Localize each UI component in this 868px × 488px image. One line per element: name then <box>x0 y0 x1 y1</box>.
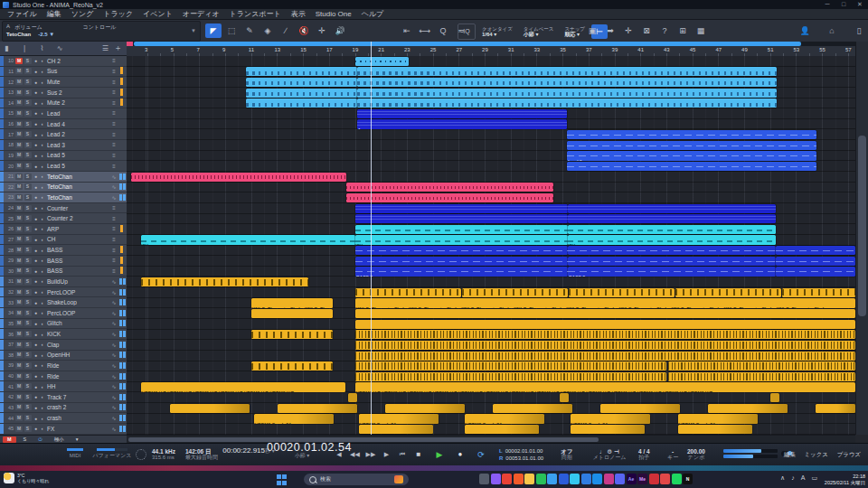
mute-button[interactable]: M <box>15 267 23 274</box>
track-row-37[interactable]: 37MS●◖Clap∿ <box>0 340 127 351</box>
record-arm-button[interactable]: ● <box>33 142 39 147</box>
clip-vedm3-crash-24[interactable]: VEDM3 Crash 24 <box>571 414 650 423</box>
solo-button[interactable]: S <box>24 142 32 148</box>
iq-button[interactable]: IQ <box>458 23 476 40</box>
solo-button[interactable]: S <box>24 352 32 358</box>
track-row-22[interactable]: 22MS●◖TetoChan∿ <box>0 183 127 193</box>
track-name[interactable]: Mute <box>45 79 109 85</box>
menu-item-6[interactable]: トランスポート <box>230 9 281 19</box>
mute-button[interactable]: M <box>15 247 23 253</box>
monitor-button[interactable]: ◖ <box>39 416 45 421</box>
clip-ch[interactable]: CH <box>141 235 355 244</box>
track-row-33[interactable]: 33MS●◖ShakeLoop∿ <box>0 297 127 308</box>
monitor-button[interactable]: ◖ <box>39 226 45 231</box>
nav-button-4[interactable]: ⏮ <box>395 449 410 460</box>
tracklist-header-icons[interactable]: ▮ ❘ ⌇ ∿ <box>5 44 68 52</box>
menu-item-8[interactable]: Studio One <box>316 10 352 18</box>
track-row-23[interactable]: 23MS●◖TetoChan∿ <box>0 192 127 203</box>
solo-button[interactable]: S <box>24 152 32 158</box>
clip-vedm3-crash-24[interactable]: VEDM3 Crash 24 <box>170 404 250 413</box>
menu-item-5[interactable]: オーディオ <box>183 9 220 19</box>
clip-cymatics-buildup-2-140-bpm[interactable]: Cymatics - Buildup 2 - 140 BPM <box>141 277 308 286</box>
tool-icon-∕[interactable]: ∕ <box>278 23 294 38</box>
mute-button[interactable]: M <box>15 194 23 201</box>
track-name[interactable]: BASS <box>45 258 109 264</box>
track-name[interactable]: Glitch <box>45 320 109 326</box>
record-arm-button[interactable]: ● <box>33 268 39 274</box>
taskbar-app-obs-record[interactable] <box>649 474 659 484</box>
mute-button[interactable]: M <box>15 289 23 296</box>
mute-button[interactable]: M <box>15 68 23 74</box>
record-arm-button[interactable]: ● <box>33 248 39 253</box>
track-name[interactable]: Ride <box>45 362 109 369</box>
monitor-button[interactable]: ◖ <box>39 164 45 169</box>
track-name[interactable]: Lead 5 <box>45 152 109 158</box>
track-row-25[interactable]: 25MS●◖Counter 2≡ <box>0 213 127 224</box>
clip-tetochan[interactable]: TetoChan <box>131 173 346 182</box>
record-arm-button[interactable]: ● <box>33 416 39 421</box>
track-name[interactable]: BuildUp <box>45 278 109 285</box>
timebase-select[interactable]: タイムベース小節 ▾ <box>524 26 554 37</box>
menu-item-9[interactable]: ヘルプ <box>362 9 384 19</box>
global-solo-button[interactable]: S <box>19 436 32 443</box>
mute-button[interactable]: M <box>15 226 23 232</box>
track-name[interactable]: BASS <box>45 267 109 274</box>
track-name[interactable]: PercLOOP <box>45 310 109 316</box>
track-row-41[interactable]: 41MS●◖HH∿ <box>0 381 127 392</box>
track-row-45[interactable]: 45MS●◖FX∿ <box>0 424 127 435</box>
track-row-34[interactable]: 34MS●◖PercLOOP∿ <box>0 308 127 319</box>
mute-button[interactable]: M <box>15 258 23 264</box>
clip-sus-2[interactable]: Sus 2 <box>357 89 777 98</box>
track-row-28[interactable]: 28MS●◖BASS≡ <box>0 245 127 256</box>
chevron-down-icon[interactable]: ▾ <box>71 436 83 443</box>
menu-item-4[interactable]: イベント <box>143 9 173 19</box>
tool-icon-➡[interactable]: ➡ <box>602 23 618 38</box>
record-arm-button[interactable]: ● <box>33 69 39 74</box>
record-arm-button[interactable]: ● <box>33 237 39 242</box>
track-row-11[interactable]: 11MS●◖Sus≡ <box>0 67 127 78</box>
record-arm-button[interactable]: ● <box>33 100 39 106</box>
clip[interactable] <box>251 361 333 371</box>
track-name[interactable]: CH <box>45 236 109 242</box>
mute-button[interactable]: M <box>15 373 23 380</box>
clip[interactable] <box>355 352 855 361</box>
time-signature[interactable]: 4 / 4拍子 <box>638 448 650 461</box>
close-button[interactable]: ✕ <box>852 1 868 8</box>
clip-knlg-elements-shake[interactable]: KNLG_Elements_Shake KNLG_Elements_Shake … <box>355 298 855 307</box>
snap-select[interactable]: スナップ順応 ▾ <box>564 26 585 37</box>
track-row-38[interactable]: 38MS●◖OpenHH∿ <box>0 351 127 361</box>
solo-button[interactable]: S <box>24 183 32 190</box>
solo-button[interactable]: S <box>24 320 32 326</box>
clip[interactable] <box>770 393 779 402</box>
track-name[interactable]: Lead 5 <box>45 163 109 169</box>
solo-button[interactable]: S <box>24 415 32 421</box>
clip-bass-2[interactable]: BASS 2 <box>355 246 568 255</box>
tool-icon-✛[interactable]: ✛ <box>314 23 330 38</box>
track-row-36[interactable]: 36MS●◖KICK∿ <box>0 329 127 340</box>
record-arm-button[interactable]: ● <box>33 426 39 431</box>
solo-button[interactable]: S <box>24 99 32 106</box>
track-row-24[interactable]: 24MS●◖Counter≡ <box>0 203 127 214</box>
monitor-button[interactable]: ◖ <box>39 258 45 263</box>
clip[interactable] <box>355 341 855 350</box>
clip[interactable] <box>668 361 855 371</box>
solo-button[interactable]: S <box>24 121 32 127</box>
track-row-16[interactable]: 16MS●◖Lead 4≡ <box>0 119 127 130</box>
monitor-button[interactable]: ◖ <box>39 216 45 221</box>
tool-icon-⊞[interactable]: ⊞ <box>675 23 691 38</box>
precount-display[interactable]: オフ同期 <box>561 448 572 461</box>
track-row-12[interactable]: 12MS●◖Mute≡ <box>0 77 127 88</box>
solo-button[interactable]: S <box>24 163 32 169</box>
clip-knlg-eler[interactable]: KNLG_Eler KNLG_Eler KNLG_Eler KNLG_Eler <box>251 309 333 318</box>
taskbar-app-discord[interactable] <box>615 474 625 484</box>
monitor-button[interactable]: ◖ <box>39 352 45 358</box>
taskbar-clock[interactable]: 22:182025/02/11 火曜日 <box>825 474 865 485</box>
track-name[interactable]: PercLOOP <box>45 289 109 296</box>
clip-1[interactable]: 1 <box>357 109 567 118</box>
tray-icon-0[interactable]: ∧ <box>780 474 785 482</box>
taskbar-app-app-magenta[interactable] <box>604 474 614 484</box>
mute-button[interactable]: M <box>15 342 23 348</box>
menu-item-0[interactable]: ファイル <box>7 9 37 19</box>
record-arm-button[interactable]: ● <box>33 289 39 295</box>
clip-lead-2[interactable]: Lead 2 <box>567 141 816 150</box>
